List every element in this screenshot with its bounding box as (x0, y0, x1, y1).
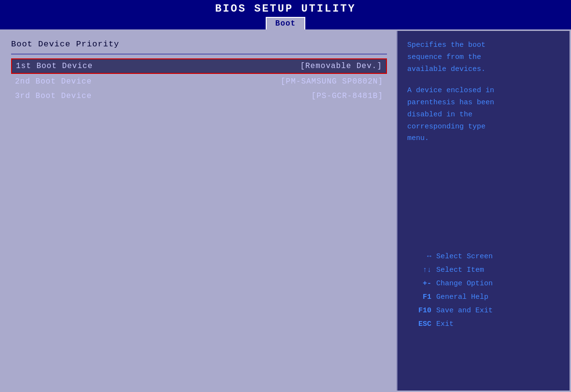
help-text-2-content: A device enclosed inparenthesis has been… (407, 85, 560, 145)
key-label-change-option: Change Option (436, 278, 493, 290)
key-symbol-f1: F1 (407, 292, 431, 303)
key-row-esc: ESC Exit (407, 319, 560, 330)
help-text-1-content: Specifies the bootsequence from theavail… (407, 40, 560, 75)
divider (11, 54, 387, 55)
bios-screen: BIOS SETUP UTILITY Boot Boot Device Prio… (0, 0, 571, 392)
help-text-2: A device enclosed inparenthesis has been… (407, 85, 560, 145)
boot-item-3rd-label: 3rd Boot Device (15, 92, 92, 100)
key-row-select-item: ↑↓ Select Item (407, 265, 560, 276)
tab-bar: Boot (0, 17, 571, 29)
boot-item-2nd-label: 2nd Boot Device (15, 77, 92, 86)
key-label-general-help: General Help (436, 292, 488, 303)
key-row-f1: F1 General Help (407, 292, 560, 303)
key-symbol-plusminus: +- (407, 278, 431, 290)
right-panel-inner: Specifies the bootsequence from theavail… (407, 40, 560, 386)
key-symbol-f10: F10 (407, 305, 431, 317)
boot-item-1st-label: 1st Boot Device (16, 62, 93, 70)
key-row-change-option: +- Change Option (407, 278, 560, 290)
right-panel: Specifies the bootsequence from theavail… (398, 31, 570, 391)
key-label-select-screen: Select Screen (436, 251, 493, 263)
boot-item-2nd[interactable]: 2nd Boot Device [PM-SAMSUNG SP0802N] (11, 75, 387, 88)
boot-item-3rd[interactable]: 3rd Boot Device [PS-GCR-8481B] (11, 89, 387, 103)
key-row-f10: F10 Save and Exit (407, 305, 560, 317)
key-row-select-screen: ↔ Select Screen (407, 251, 560, 263)
key-symbol-arrows: ↔ (407, 251, 431, 263)
boot-item-1st[interactable]: 1st Boot Device [Removable Dev.] (11, 58, 387, 74)
boot-item-3rd-value: [PS-GCR-8481B] (312, 92, 383, 100)
key-label-exit: Exit (436, 319, 454, 330)
main-content: Boot Device Priority 1st Boot Device [Re… (0, 29, 571, 392)
left-panel: Boot Device Priority 1st Boot Device [Re… (1, 31, 398, 391)
key-symbol-esc: ESC (407, 319, 431, 330)
boot-item-1st-value: [Removable Dev.] (300, 62, 382, 70)
help-text-1: Specifies the bootsequence from theavail… (407, 40, 560, 75)
title-bar: BIOS SETUP UTILITY (0, 0, 571, 17)
section-title: Boot Device Priority (11, 40, 387, 49)
boot-tab[interactable]: Boot (266, 17, 305, 29)
key-label-save-exit: Save and Exit (436, 305, 493, 317)
key-label-select-item: Select Item (436, 265, 484, 276)
key-help-section: ↔ Select Screen ↑↓ Select Item +- Change… (407, 251, 560, 330)
key-symbol-updown: ↑↓ (407, 265, 431, 276)
boot-item-2nd-value: [PM-SAMSUNG SP0802N] (281, 77, 383, 86)
bios-title: BIOS SETUP UTILITY (0, 3, 571, 15)
